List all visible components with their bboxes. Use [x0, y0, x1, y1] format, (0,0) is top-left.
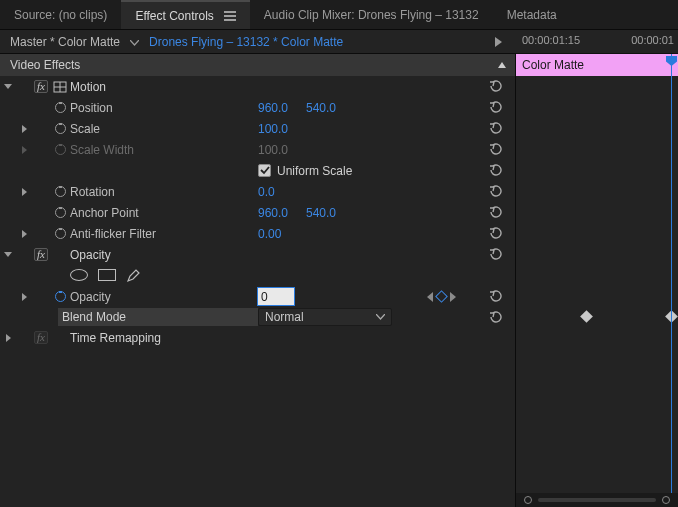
chevron-down-icon [376, 314, 385, 320]
opacity-value-input[interactable] [258, 288, 294, 305]
anchor-y-value[interactable]: 540.0 [306, 206, 384, 220]
prop-scale-width: Scale Width 100.0 [0, 139, 515, 160]
timeline-clip-label: Color Matte [522, 58, 584, 72]
effect-motion[interactable]: fx Motion [0, 76, 515, 97]
prop-blend-mode: Blend Mode Normal [0, 307, 515, 327]
zoom-handle-right[interactable] [662, 496, 670, 504]
timeline-panel: Color Matte [516, 54, 678, 507]
timeline-zoom-bar[interactable] [516, 493, 678, 507]
playhead[interactable] [671, 54, 672, 507]
zoom-handle-left[interactable] [524, 496, 532, 504]
timecode-tick: 00:00:01 [631, 34, 674, 46]
play-icon[interactable] [495, 37, 502, 47]
reset-icon[interactable] [488, 310, 504, 324]
blend-mode-value: Normal [265, 310, 304, 324]
blend-mode-label: Blend Mode [58, 308, 258, 326]
timecode-tick: 00:00:01:15 [522, 34, 580, 46]
blend-mode-select[interactable]: Normal [258, 308, 392, 326]
effect-time-remapping[interactable]: fx Time Remapping [0, 327, 515, 348]
stopwatch-icon[interactable] [54, 122, 67, 135]
tab-source-label: Source: (no clips) [14, 8, 107, 22]
antiflicker-value[interactable]: 0.00 [258, 227, 306, 241]
reset-icon[interactable] [488, 143, 504, 157]
position-x-value[interactable]: 960.0 [258, 101, 306, 115]
prop-position: Position 960.0 540.0 [0, 97, 515, 118]
reset-icon[interactable] [488, 227, 504, 241]
twirl-closed-icon[interactable] [22, 293, 27, 301]
twirl-open-icon[interactable] [4, 252, 12, 257]
twirl-closed-icon[interactable] [22, 230, 27, 238]
add-keyframe-icon[interactable] [435, 290, 448, 303]
prop-rotation: Rotation 0.0 [0, 181, 515, 202]
uniform-scale-checkbox[interactable] [258, 164, 271, 177]
tab-effect-controls-label: Effect Controls [135, 9, 213, 23]
tab-effect-controls[interactable]: Effect Controls [121, 0, 249, 29]
reset-icon[interactable] [488, 122, 504, 136]
mask-tools-row [0, 265, 515, 286]
twirl-closed-icon[interactable] [22, 125, 27, 133]
effect-motion-label: Motion [70, 80, 258, 94]
tab-metadata[interactable]: Metadata [493, 0, 571, 29]
prop-scale-width-label: Scale Width [70, 143, 258, 157]
reset-icon[interactable] [488, 185, 504, 199]
clip-breadcrumb: Master * Color Matte Drones Flying – 131… [0, 30, 516, 54]
tab-audio-mixer[interactable]: Audio Clip Mixer: Drones Flying – 13132 [250, 0, 493, 29]
reset-icon[interactable] [488, 164, 504, 178]
clip-sequence-label[interactable]: Drones Flying – 13132 * Color Matte [149, 35, 343, 49]
reset-icon[interactable] [488, 248, 504, 262]
tab-metadata-label: Metadata [507, 8, 557, 22]
timeline-clip-bar[interactable]: Color Matte [516, 54, 678, 76]
effect-time-label: Time Remapping [70, 331, 258, 345]
collapse-icon[interactable] [498, 62, 506, 68]
fx-badge-icon[interactable]: fx [34, 331, 48, 344]
ellipse-mask-icon[interactable] [70, 269, 88, 281]
twirl-closed-icon[interactable] [6, 334, 11, 342]
stopwatch-icon[interactable] [54, 227, 67, 240]
twirl-open-icon[interactable] [4, 84, 12, 89]
stopwatch-on-icon[interactable] [54, 290, 67, 303]
pen-mask-icon[interactable] [126, 269, 140, 283]
effect-opacity[interactable]: fx Opacity [0, 244, 515, 265]
stopwatch-icon[interactable] [54, 101, 67, 114]
prop-position-label: Position [70, 101, 258, 115]
chevron-down-icon[interactable] [130, 35, 139, 49]
effects-panel: Video Effects fx Motion Position [0, 54, 516, 507]
fx-badge-icon[interactable]: fx [34, 80, 48, 93]
prop-scale-label: Scale [70, 122, 258, 136]
clip-master-label: Master * Color Matte [10, 35, 120, 49]
stopwatch-icon[interactable] [54, 185, 67, 198]
zoom-track[interactable] [538, 498, 656, 502]
transform-icon [53, 81, 67, 93]
uniform-scale-label: Uniform Scale [277, 164, 352, 178]
rotation-value[interactable]: 0.0 [258, 185, 306, 199]
prop-opacity: Opacity [0, 286, 515, 307]
video-effects-header[interactable]: Video Effects [0, 54, 515, 76]
rect-mask-icon[interactable] [98, 269, 116, 281]
scale-width-value: 100.0 [258, 143, 306, 157]
tab-source[interactable]: Source: (no clips) [0, 0, 121, 29]
panel-tab-strip: Source: (no clips) Effect Controls Audio… [0, 0, 678, 30]
reset-icon[interactable] [488, 101, 504, 115]
video-effects-label: Video Effects [10, 58, 80, 72]
prop-anchor-label: Anchor Point [70, 206, 258, 220]
reset-icon[interactable] [488, 80, 504, 94]
panel-menu-icon[interactable] [224, 11, 236, 21]
prop-antiflicker: Anti-flicker Filter 0.00 [0, 223, 515, 244]
tab-audio-mixer-label: Audio Clip Mixer: Drones Flying – 13132 [264, 8, 479, 22]
twirl-closed-icon[interactable] [22, 188, 27, 196]
position-y-value[interactable]: 540.0 [306, 101, 384, 115]
stopwatch-icon[interactable] [54, 206, 67, 219]
keyframe-marker[interactable] [580, 310, 593, 323]
twirl-closed-icon[interactable] [22, 146, 27, 154]
stopwatch-icon [54, 143, 67, 156]
anchor-x-value[interactable]: 960.0 [258, 206, 306, 220]
scale-value[interactable]: 100.0 [258, 122, 306, 136]
fx-badge-icon[interactable]: fx [34, 248, 48, 261]
prop-opacity-label: Opacity [70, 290, 258, 304]
reset-icon[interactable] [488, 206, 504, 220]
prev-keyframe-icon[interactable] [427, 292, 433, 302]
reset-icon[interactable] [488, 290, 504, 304]
timeline-ruler[interactable]: 00:00:01:15 00:00:01 [516, 30, 678, 54]
prop-antiflicker-label: Anti-flicker Filter [70, 227, 258, 241]
next-keyframe-icon[interactable] [450, 292, 456, 302]
